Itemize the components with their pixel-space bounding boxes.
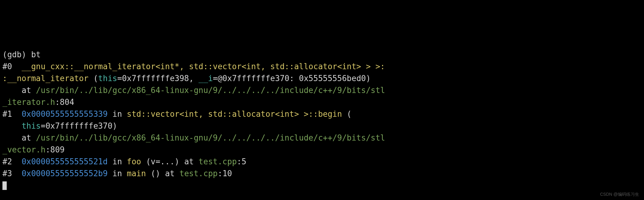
frame-number: #3: [2, 169, 12, 178]
terminal-cursor: [2, 181, 7, 190]
frame-function: main: [127, 169, 146, 178]
gdb-command: bt: [31, 50, 41, 59]
line-number: 809: [50, 145, 65, 154]
at-keyword: at: [184, 157, 199, 166]
param-i: __i: [199, 74, 213, 83]
source-path: test.cpp: [199, 157, 237, 166]
watermark: CSDN @编码练习生: [600, 191, 639, 198]
frame-function: foo: [127, 157, 141, 166]
at-keyword: at: [22, 133, 36, 142]
frame-function: __gnu_cxx::__normal_iterator<int*, std::…: [22, 62, 385, 71]
frame-number: #1: [2, 109, 12, 119]
source-path: test.cpp: [179, 169, 218, 178]
at-keyword: at: [165, 169, 179, 178]
source-path-cont: _vector.h: [2, 145, 46, 154]
frame-ctor-name: __normal_iterator: [7, 74, 89, 83]
source-path: /usr/bin/../lib/gcc/x86_64-linux-gnu/9/.…: [36, 86, 385, 95]
param-this: this: [22, 121, 41, 130]
line-number: 804: [60, 98, 74, 107]
source-path: /usr/bin/../lib/gcc/x86_64-linux-gnu/9/.…: [36, 133, 385, 142]
frame-number: #0: [2, 62, 12, 71]
frame-address: 0x000055555555521d: [22, 157, 108, 166]
terminal-output: (gdb) bt #0 __gnu_cxx::__normal_iterator…: [2, 49, 642, 191]
gdb-prompt: (gdb): [2, 50, 31, 59]
param-this: this: [98, 74, 117, 83]
frame-address: 0x0000555555555339: [22, 109, 108, 119]
frame-function: std::vector<int, std::allocator<int> >::…: [127, 109, 342, 119]
line-number: 10: [222, 169, 232, 178]
line-number: 5: [242, 157, 247, 166]
frame-number: #2: [2, 157, 12, 166]
at-keyword: at: [22, 86, 36, 95]
frame-address: 0x00005555555552b9: [22, 169, 108, 178]
source-path-cont: _iterator.h: [2, 98, 55, 107]
frame-function-cont: :: [2, 74, 7, 83]
